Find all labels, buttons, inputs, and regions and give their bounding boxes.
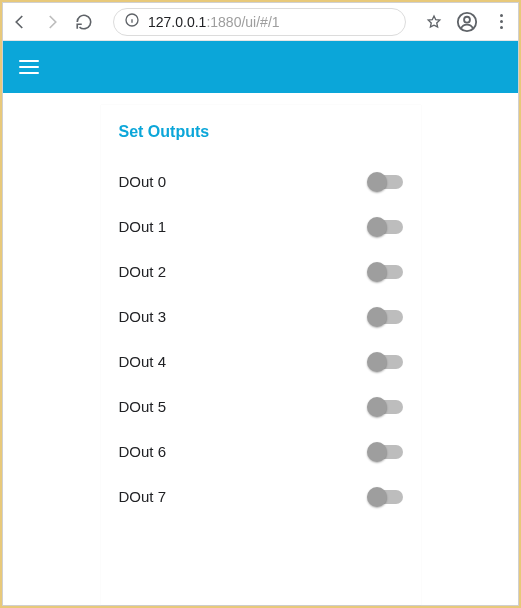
forward-button[interactable] xyxy=(43,13,61,31)
svg-point-4 xyxy=(464,16,470,22)
switch-knob xyxy=(367,397,387,417)
card-title: Set Outputs xyxy=(101,113,421,159)
browser-window: 127.0.0.1:1880/ui/#/1 Set Outputs DOut 0… xyxy=(2,2,519,606)
output-row: DOut 0 xyxy=(101,159,421,204)
output-row: DOut 2 xyxy=(101,249,421,294)
outputs-card: Set Outputs DOut 0DOut 1DOut 2DOut 3DOut… xyxy=(101,105,421,605)
reload-button[interactable] xyxy=(75,13,93,31)
output-switch[interactable] xyxy=(369,220,403,234)
switch-knob xyxy=(367,352,387,372)
output-switch[interactable] xyxy=(369,355,403,369)
switch-knob xyxy=(367,217,387,237)
output-row: DOut 7 xyxy=(101,474,421,519)
app-header xyxy=(3,41,518,93)
app-viewport: Set Outputs DOut 0DOut 1DOut 2DOut 3DOut… xyxy=(3,41,518,605)
output-switch[interactable] xyxy=(369,265,403,279)
switch-knob xyxy=(367,307,387,327)
address-bar[interactable]: 127.0.0.1:1880/ui/#/1 xyxy=(113,8,406,36)
site-info-icon[interactable] xyxy=(124,12,140,32)
browser-menu-icon[interactable] xyxy=(492,14,510,29)
output-switch[interactable] xyxy=(369,310,403,324)
output-label: DOut 7 xyxy=(119,488,167,505)
output-row: DOut 5 xyxy=(101,384,421,429)
output-switch[interactable] xyxy=(369,490,403,504)
switch-knob xyxy=(367,262,387,282)
output-row: DOut 4 xyxy=(101,339,421,384)
switch-knob xyxy=(367,442,387,462)
output-label: DOut 1 xyxy=(119,218,167,235)
menu-icon[interactable] xyxy=(19,60,39,74)
app-body: Set Outputs DOut 0DOut 1DOut 2DOut 3DOut… xyxy=(3,93,518,605)
bookmark-star-icon[interactable] xyxy=(426,14,442,30)
switch-knob xyxy=(367,172,387,192)
switch-knob xyxy=(367,487,387,507)
output-row: DOut 6 xyxy=(101,429,421,474)
browser-toolbar: 127.0.0.1:1880/ui/#/1 xyxy=(3,3,518,41)
output-row: DOut 3 xyxy=(101,294,421,339)
output-label: DOut 6 xyxy=(119,443,167,460)
output-label: DOut 3 xyxy=(119,308,167,325)
output-switch[interactable] xyxy=(369,175,403,189)
url-text: 127.0.0.1:1880/ui/#/1 xyxy=(148,14,280,30)
output-label: DOut 5 xyxy=(119,398,167,415)
output-row: DOut 1 xyxy=(101,204,421,249)
output-switch[interactable] xyxy=(369,445,403,459)
output-label: DOut 2 xyxy=(119,263,167,280)
output-label: DOut 0 xyxy=(119,173,167,190)
back-button[interactable] xyxy=(11,13,29,31)
output-label: DOut 4 xyxy=(119,353,167,370)
profile-icon[interactable] xyxy=(456,11,478,33)
output-switch[interactable] xyxy=(369,400,403,414)
